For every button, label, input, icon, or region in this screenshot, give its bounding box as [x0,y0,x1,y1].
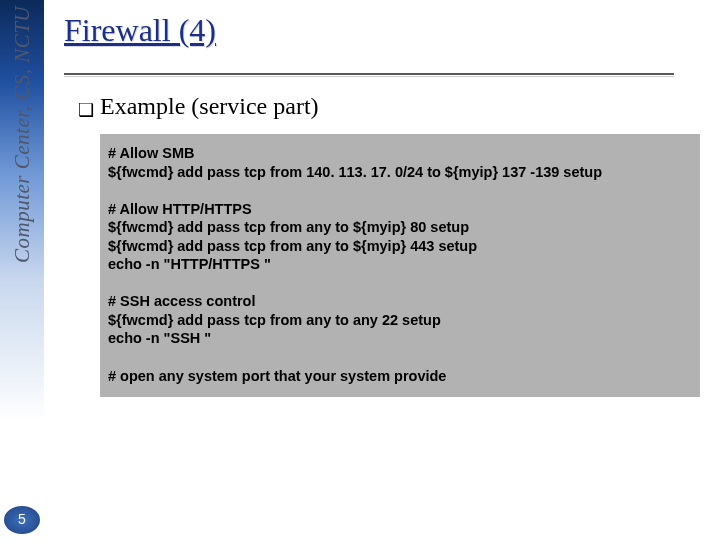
page-number-text: 5 [18,511,26,527]
code-block: # Allow SMB ${fwcmd} add pass tcp from 1… [100,134,700,397]
square-bullet-icon: ❑ [78,101,94,119]
divider [64,73,674,75]
slide: Computer Center, CS, NCTU 5 Firewall (4)… [0,0,720,540]
subtitle-row: ❑ Example (service part) [78,93,704,120]
sidebar: Computer Center, CS, NCTU 5 [0,0,44,540]
sidebar-org-text: Computer Center, CS, NCTU [10,6,35,263]
page-number: 5 [0,508,44,530]
sidebar-org: Computer Center, CS, NCTU [10,6,35,263]
slide-title: Firewall (4) [64,12,704,49]
subtitle: Example (service part) [100,93,319,120]
content: Firewall (4) ❑ Example (service part) # … [64,0,704,397]
